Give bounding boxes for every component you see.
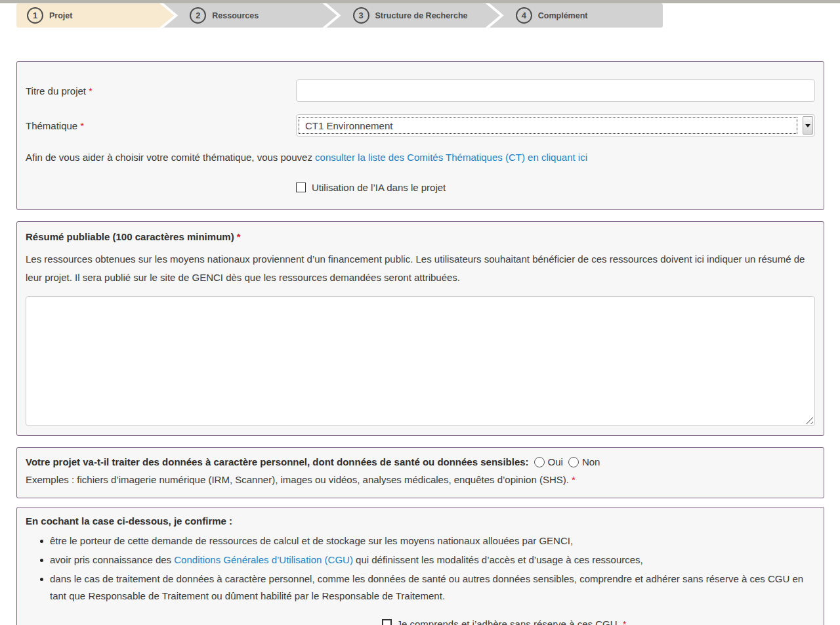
- thematique-helper-text: Afin de vous aider à choisir votre comit…: [26, 152, 815, 163]
- radio-oui[interactable]: [534, 457, 545, 467]
- personal-data-panel: Votre projet va-t-il traiter des données…: [16, 447, 824, 498]
- stepper: 1 Projet 2 Ressources 3 Structure de Rec…: [16, 3, 663, 28]
- step-number-badge: 4: [516, 7, 532, 24]
- project-panel: Titre du projet* Thématique* CT1 Environ…: [16, 61, 824, 210]
- step-label: Structure de Recherche: [375, 11, 468, 20]
- confirm-panel: En cochant la case ci-dessous, je confir…: [16, 507, 824, 625]
- examples-text: Exemples : fichiers d’imagerie numérique…: [26, 474, 815, 485]
- cgu-checkbox-row: Je comprends et j’adhère sans réserve à …: [26, 618, 815, 625]
- step-ressources[interactable]: 2 Ressources: [163, 3, 337, 28]
- required-asterisk: *: [572, 474, 576, 485]
- bullet-dot-icon: [40, 559, 43, 562]
- ct-list-link[interactable]: consulter la liste des Comités Thématiqu…: [315, 152, 587, 163]
- resume-heading: Résumé publiable (100 caractères minimum…: [26, 231, 815, 242]
- radio-non-label[interactable]: Non: [582, 456, 600, 467]
- bullet-dot-icon: [40, 540, 43, 543]
- step-label: Projet: [49, 11, 72, 20]
- bullet-item: être le porteur de cette demande de ress…: [40, 532, 815, 550]
- required-asterisk: *: [623, 618, 627, 625]
- step-label: Ressources: [212, 11, 259, 20]
- personal-data-question: Votre projet va-t-il traiter des données…: [26, 456, 529, 467]
- confirm-intro: En cochant la case ci-dessous, je confir…: [26, 515, 815, 527]
- thematique-label: Thématique*: [26, 120, 296, 131]
- radio-oui-label[interactable]: Oui: [548, 456, 563, 467]
- step-number-badge: 2: [190, 7, 206, 24]
- radio-non[interactable]: [568, 457, 579, 467]
- step-label: Complément: [538, 11, 588, 20]
- thematique-select[interactable]: CT1 Environnement: [296, 114, 815, 137]
- ia-checkbox[interactable]: [296, 183, 306, 192]
- step-complement[interactable]: 4 Complément: [490, 3, 663, 28]
- personal-data-question-row: Votre projet va-t-il traiter des données…: [26, 456, 815, 467]
- confirm-bullet-list: être le porteur de cette demande de ress…: [26, 532, 815, 605]
- bullet-dot-icon: [40, 578, 43, 581]
- step-number-badge: 3: [353, 7, 369, 24]
- dropdown-arrow-icon: [805, 124, 810, 127]
- thematique-selected-value: CT1 Environnement: [299, 118, 797, 133]
- resume-panel: Résumé publiable (100 caractères minimum…: [16, 221, 824, 436]
- cgu-link[interactable]: Conditions Générales d’Utilisation (CGU): [174, 554, 353, 565]
- project-title-label: Titre du projet*: [26, 85, 296, 97]
- bullet-item: avoir pris connaissance des Conditions G…: [40, 551, 815, 569]
- dropdown-button[interactable]: [803, 116, 813, 135]
- bullet-item: dans le cas de traitement de données à c…: [40, 571, 815, 605]
- required-asterisk: *: [80, 120, 84, 131]
- required-asterisk: *: [237, 231, 241, 242]
- step-projet[interactable]: 1 Projet: [16, 3, 174, 28]
- step-number-badge: 1: [27, 7, 43, 24]
- resume-description: Les ressources obtenues sur les moyens n…: [26, 250, 815, 287]
- cgu-checkbox-label: Je comprends et j’adhère sans réserve à …: [397, 618, 627, 625]
- project-title-input[interactable]: [296, 79, 815, 102]
- cgu-checkbox[interactable]: [382, 619, 392, 625]
- ia-checkbox-label: Utilisation de l’IA dans le projet: [312, 182, 446, 193]
- ia-checkbox-row: Utilisation de l’IA dans le projet: [296, 182, 815, 193]
- step-structure-de-recherche[interactable]: 3 Structure de Recherche: [327, 3, 500, 28]
- resume-textarea[interactable]: [26, 296, 815, 426]
- required-asterisk: *: [89, 85, 93, 97]
